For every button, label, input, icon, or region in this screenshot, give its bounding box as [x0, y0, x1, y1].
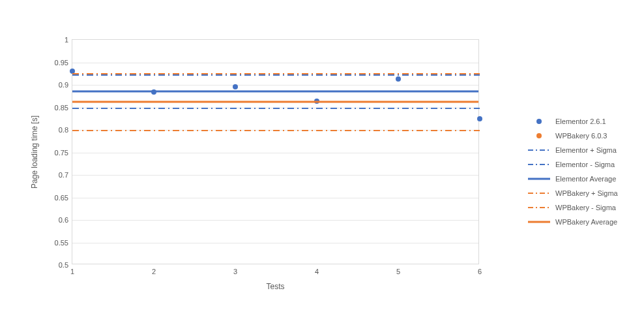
legend-label: WPBakery Average [555, 218, 617, 226]
y-tick-label: 0.75 [55, 149, 68, 157]
y-tick-label: 0.65 [55, 194, 68, 202]
data-point [233, 84, 238, 89]
legend-swatch [528, 204, 550, 211]
y-tick-label: 0.85 [55, 104, 68, 112]
series-line-dash [72, 129, 480, 132]
y-tick-label: 0.9 [59, 81, 68, 89]
legend-label: Elementor - Sigma [555, 161, 615, 168]
legend-item: Elementor - Sigma [528, 157, 618, 172]
legend-swatch [528, 175, 550, 183]
gridline [72, 175, 478, 176]
gridline [72, 243, 478, 243]
legend-label: Elementor + Sigma [555, 146, 617, 154]
y-tick-label: 0.7 [59, 171, 68, 179]
y-tick-label: 1 [65, 36, 68, 44]
legend-item: Elementor Average [528, 172, 618, 186]
legend-label: Elementor Average [555, 175, 616, 183]
legend-label: WPBakery - Sigma [555, 204, 616, 211]
data-point [477, 116, 482, 121]
gridline [72, 220, 478, 221]
legend-item: Elementor 2.6.1 [528, 114, 618, 129]
legend-swatch [528, 218, 550, 226]
y-tick-label: 0.95 [55, 59, 68, 67]
legend-swatch [528, 189, 550, 197]
x-tick-label: 3 [233, 268, 237, 275]
y-axis-title: Page loading time [s] [30, 115, 39, 188]
x-tick-label: 6 [478, 268, 482, 275]
legend-label: Elementor 2.6.1 [555, 117, 606, 125]
legend: Elementor 2.6.1WPBakery 6.0.3Elementor +… [528, 114, 618, 229]
y-tick-label: 0.8 [59, 126, 68, 134]
x-tick-label: 2 [152, 268, 156, 275]
plot-area: Page loading time [s] Tests 0.50.550.60.… [72, 39, 479, 264]
data-point [396, 76, 401, 82]
legend-label: WPBakery + Sigma [555, 189, 618, 197]
legend-item: Elementor + Sigma [528, 143, 618, 157]
legend-item: WPBakery 6.0.3 [528, 129, 618, 143]
y-tick-label: 0.55 [55, 239, 68, 247]
gridline [72, 63, 478, 63]
x-tick-label: 1 [70, 268, 74, 275]
legend-swatch [528, 146, 550, 154]
series-line-dash [72, 107, 480, 110]
gridline [72, 85, 478, 86]
x-tick-label: 4 [315, 268, 319, 275]
series-line [72, 101, 478, 103]
gridline [72, 153, 478, 153]
legend-swatch [528, 117, 550, 125]
y-tick-label: 0.5 [59, 261, 68, 269]
legend-swatch [528, 161, 550, 168]
y-tick-label: 0.6 [59, 216, 68, 224]
series-line-dash [72, 72, 480, 75]
series-line [72, 91, 478, 93]
x-tick-label: 5 [396, 268, 400, 275]
chart-stage: Page loading time [s] Tests 0.50.550.60.… [0, 0, 644, 327]
x-axis-title: Tests [266, 282, 284, 291]
legend-label: WPBakery 6.0.3 [555, 132, 607, 140]
legend-item: WPBakery Average [528, 215, 618, 229]
gridline [72, 198, 478, 198]
legend-item: WPBakery - Sigma [528, 200, 618, 215]
legend-swatch [528, 132, 550, 140]
legend-item: WPBakery + Sigma [528, 186, 618, 200]
